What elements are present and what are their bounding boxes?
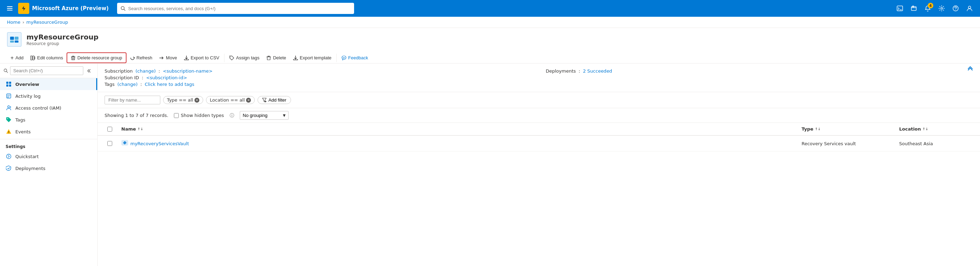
svg-rect-17 <box>31 56 32 60</box>
svg-rect-23 <box>72 56 74 56</box>
location-filter-remove-button[interactable]: ✕ <box>246 98 251 103</box>
edit-columns-icon <box>30 56 35 60</box>
add-button[interactable]: + Add <box>7 53 27 63</box>
filter-bar: Type == all ✕ Location == all ✕ Add filt… <box>98 92 980 108</box>
breadcrumb: Home › myResourceGroup <box>0 17 980 28</box>
row-location-value: Southeast Asia <box>899 141 933 146</box>
delete-resource-group-icon <box>71 56 76 60</box>
refresh-button[interactable]: Refresh <box>127 53 156 62</box>
breadcrumb-home[interactable]: Home <box>7 19 20 25</box>
add-filter-icon <box>262 98 267 102</box>
svg-rect-16 <box>14 40 19 43</box>
feedback-button[interactable]: Feedback <box>338 53 372 62</box>
show-hidden-types-label[interactable]: Show hidden types <box>174 113 224 118</box>
breadcrumb-separator: › <box>22 19 24 25</box>
assign-tags-label: Assign tags <box>236 55 259 60</box>
delete-button[interactable]: Delete <box>263 53 290 62</box>
tags-label: Tags <box>105 82 115 87</box>
hamburger-menu[interactable] <box>4 3 15 14</box>
settings-icon-btn[interactable] <box>935 2 948 14</box>
type-sort-icon: ↑↓ <box>815 127 821 131</box>
toolbar-separator-2 <box>336 54 337 62</box>
terminal-icon-btn[interactable] <box>894 2 906 14</box>
tags-value[interactable]: Click here to add tags <box>145 82 194 87</box>
sidebar: Overview Activity log <box>0 64 98 266</box>
breadcrumb-resource-group[interactable]: myResourceGroup <box>27 19 68 25</box>
grouping-select[interactable]: No grouping Resource type Location Tag <box>240 111 289 120</box>
page-header: myResourceGroup Resource group + Add Edi… <box>0 28 980 64</box>
deployments-value[interactable]: 2 Succeeded <box>583 69 612 74</box>
feedback-label: Feedback <box>348 55 368 60</box>
type-filter-remove-button[interactable]: ✕ <box>194 98 199 103</box>
subscription-id-value[interactable]: <subscription-id> <box>146 75 187 80</box>
assign-tags-button[interactable]: Assign tags <box>226 53 263 62</box>
show-hidden-info-icon[interactable]: ⓘ <box>230 112 234 119</box>
help-icon-btn[interactable] <box>949 2 962 14</box>
tags-colon: : <box>140 82 142 87</box>
deployments-icon <box>6 165 12 171</box>
table-row: myRecoveryServicesVault Recovery Service… <box>98 136 980 152</box>
global-search-bar[interactable] <box>117 3 354 14</box>
help-icon <box>953 5 959 11</box>
show-hidden-types-text: Show hidden types <box>181 113 224 118</box>
sidebar-item-overview[interactable]: Overview <box>0 78 97 90</box>
notification-badge: 4 <box>928 3 933 8</box>
delete-resource-group-button[interactable]: Delete resource group <box>67 52 127 63</box>
sidebar-item-quickstart[interactable]: Quickstart <box>0 151 97 162</box>
table-header-row: Name ↑↓ Type ↑↓ Location ↑↓ <box>98 123 980 136</box>
notifications-icon-btn[interactable]: 4 <box>921 2 934 14</box>
svg-line-4 <box>124 10 125 11</box>
topbar-icons: 4 <box>894 2 976 14</box>
type-filter-tag[interactable]: Type == all ✕ <box>163 96 203 104</box>
svg-rect-37 <box>9 85 11 87</box>
chevron-up-icon <box>967 66 973 72</box>
add-filter-button[interactable]: Add filter <box>258 96 291 104</box>
tags-change-link[interactable]: (change) <box>118 82 138 87</box>
info-collapse-button[interactable] <box>967 66 973 73</box>
directory-icon-btn[interactable] <box>907 2 920 14</box>
sidebar-search-bar[interactable] <box>0 64 97 78</box>
user-icon <box>966 5 973 11</box>
location-filter-label: Location == all <box>210 98 245 103</box>
row-select-checkbox[interactable] <box>107 141 112 146</box>
info-column-left: Subscription (change) : <subscription-na… <box>105 68 532 88</box>
table-header-location[interactable]: Location ↑↓ <box>896 123 973 135</box>
grouping-wrapper: No grouping Resource type Location Tag ▼ <box>240 111 289 120</box>
tags-row: Tags (change) : Click here to add tags <box>105 81 532 88</box>
move-button[interactable]: Move <box>156 53 181 62</box>
show-hidden-types-checkbox[interactable] <box>174 113 179 118</box>
search-input[interactable] <box>128 6 351 11</box>
filter-by-name-input[interactable] <box>105 96 160 104</box>
table-header-name[interactable]: Name ↑↓ <box>118 123 799 135</box>
sidebar-collapse-button[interactable] <box>85 67 94 75</box>
sidebar-item-overview-label: Overview <box>15 82 40 87</box>
subscription-value[interactable]: <subscription-name> <box>163 69 213 74</box>
svg-rect-2 <box>7 10 13 10</box>
results-bar: Showing 1 to 7 of 7 records. Show hidden… <box>98 108 980 123</box>
move-label: Move <box>166 55 177 60</box>
user-icon-btn[interactable] <box>963 2 976 14</box>
svg-rect-36 <box>6 85 8 87</box>
sidebar-search-input[interactable] <box>10 66 83 75</box>
table-header-type[interactable]: Type ↑↓ <box>799 123 896 135</box>
sidebar-item-tags[interactable]: Tags <box>0 114 97 126</box>
export-template-button[interactable]: Export template <box>290 53 335 62</box>
edit-columns-button[interactable]: Edit columns <box>27 53 66 62</box>
settings-section-header: Settings <box>0 139 97 151</box>
add-icon: + <box>10 55 14 61</box>
page-title: myResourceGroup <box>27 33 99 41</box>
directory-icon <box>911 5 917 11</box>
subscription-change-link[interactable]: (change) <box>135 69 156 74</box>
settings-icon <box>939 5 945 11</box>
export-csv-button[interactable]: Export to CSV <box>181 53 223 62</box>
page-header-top: myResourceGroup Resource group <box>7 32 973 47</box>
sidebar-item-events[interactable]: Events <box>0 126 97 138</box>
row-name-link[interactable]: myRecoveryServicesVault <box>130 141 189 146</box>
sidebar-item-activity-log[interactable]: Activity log <box>0 90 97 102</box>
row-name-cell: myRecoveryServicesVault <box>118 136 799 151</box>
sidebar-item-deployments[interactable]: Deployments <box>0 162 97 174</box>
location-filter-tag[interactable]: Location == all ✕ <box>206 96 255 104</box>
row-checkbox-cell[interactable] <box>105 136 118 151</box>
select-all-checkbox[interactable] <box>107 127 112 131</box>
sidebar-item-access-control[interactable]: Access control (IAM) <box>0 102 97 114</box>
